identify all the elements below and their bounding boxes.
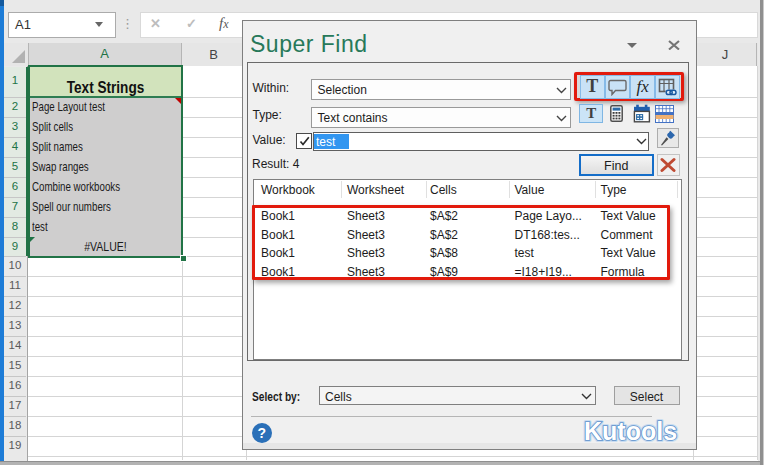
svg-text:Kutools: Kutools (584, 418, 677, 445)
